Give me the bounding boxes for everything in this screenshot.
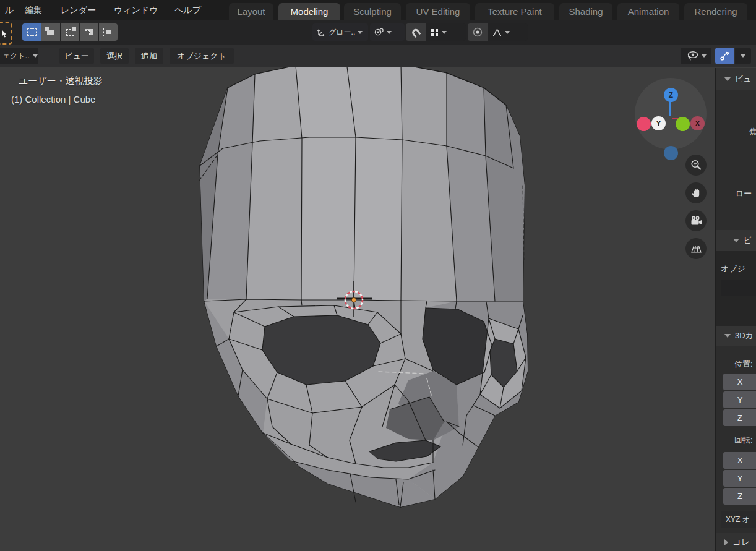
axis-y-neg-ball[interactable] bbox=[676, 117, 690, 131]
axis-x-ball[interactable]: X bbox=[690, 116, 705, 130]
cursor-rotation-z-field[interactable]: Z bbox=[723, 488, 756, 505]
axis-z-ball[interactable]: Z bbox=[664, 88, 678, 102]
menu-view[interactable]: ビュー bbox=[59, 48, 94, 64]
perspective-toggle-button[interactable] bbox=[685, 238, 707, 259]
tab-texture-paint[interactable]: Texture Paint bbox=[475, 3, 554, 20]
panel-header-view[interactable]: ビュ bbox=[716, 68, 756, 90]
snap-toggle-button[interactable] bbox=[406, 23, 426, 41]
menu-help[interactable]: ヘルプ bbox=[171, 0, 205, 20]
panel-view-content: 焦 ロー bbox=[716, 90, 756, 230]
zoom-button[interactable] bbox=[685, 155, 707, 176]
select-mode-group bbox=[22, 23, 118, 41]
pan-button[interactable] bbox=[685, 182, 707, 203]
box-select-new-icon bbox=[27, 28, 37, 36]
active-tool-tweak-button[interactable] bbox=[0, 22, 12, 45]
tweak-cursor-icon bbox=[0, 28, 6, 38]
chevron-down-icon bbox=[741, 54, 745, 58]
falloff-dropdown[interactable] bbox=[488, 23, 528, 41]
orientation-label: グロー.. bbox=[329, 27, 355, 38]
proportional-editing-button[interactable] bbox=[468, 23, 488, 41]
chevron-down-icon bbox=[358, 31, 363, 34]
camera-view-button[interactable] bbox=[685, 210, 707, 231]
mesh-object[interactable] bbox=[0, 67, 756, 551]
menu-add[interactable]: 追加 bbox=[135, 48, 163, 64]
menu-object[interactable]: オブジェクト bbox=[170, 48, 234, 64]
cursor-location-y-field[interactable]: Y bbox=[723, 391, 756, 408]
view-mode-overlay: ユーザー・透視投影 bbox=[19, 75, 103, 87]
viewport-3d[interactable]: ユーザー・透視投影 (1) Collection | Cube bbox=[0, 67, 756, 551]
select-mode-intersect-button[interactable] bbox=[99, 23, 118, 41]
panel-header-collections[interactable]: コレ bbox=[716, 533, 756, 551]
topbar: ル 編集 レンダー ウィンドウ ヘルプ Layout Modeling Scul… bbox=[0, 0, 756, 20]
focal-length-label-fragment: 焦 bbox=[749, 126, 756, 137]
pan-hand-icon bbox=[690, 187, 702, 199]
tab-modeling[interactable]: Modeling bbox=[278, 3, 340, 20]
tab-animation[interactable]: Animation bbox=[617, 3, 679, 20]
orientation-axes-icon bbox=[316, 27, 326, 37]
cursor-rotation-y-field[interactable]: Y bbox=[723, 470, 756, 487]
viewport-header: ェクト.. ビュー 選択 追加 オブジェクト bbox=[0, 45, 756, 67]
visibility-dropdown[interactable] bbox=[681, 48, 711, 64]
lock-object-label-fragment: オブジ bbox=[721, 263, 745, 275]
menu-window[interactable]: ウィンドウ bbox=[110, 0, 162, 20]
menu-edit[interactable]: 編集 bbox=[21, 0, 46, 20]
chevron-down-icon bbox=[702, 54, 707, 58]
local-camera-label-fragment: ロー bbox=[736, 188, 752, 199]
object-origin-dot bbox=[351, 297, 356, 302]
gizmo-dropdown[interactable] bbox=[735, 48, 751, 64]
chevron-down-icon bbox=[505, 31, 510, 34]
triangle-right-icon bbox=[724, 539, 728, 545]
select-mode-subtract-button[interactable] bbox=[61, 23, 79, 41]
cursor-rotation-x-field[interactable]: X bbox=[723, 452, 756, 469]
visibility-eye-icon bbox=[685, 51, 699, 61]
cursor-location-z-field[interactable]: Z bbox=[723, 409, 756, 426]
tab-rendering[interactable]: Rendering bbox=[684, 3, 747, 20]
falloff-curve-icon bbox=[492, 28, 502, 37]
chevron-down-icon bbox=[33, 54, 38, 58]
select-mode-new-button[interactable] bbox=[22, 23, 41, 41]
panel-header-view-lock[interactable]: ビ bbox=[716, 230, 756, 251]
location-label: 位置: bbox=[734, 359, 753, 370]
mode-label: ェクト.. bbox=[2, 51, 30, 61]
axis-y-ball[interactable]: Y bbox=[651, 116, 666, 130]
gizmo-toggle-button[interactable] bbox=[715, 48, 734, 64]
pivot-point-dropdown[interactable] bbox=[370, 23, 405, 41]
panel-cursor-content: 位置: X Y Z 回転: X Y Z XYZ オ コレ bbox=[716, 346, 756, 551]
tab-sculpting[interactable]: Sculpting bbox=[344, 3, 401, 20]
menu-render[interactable]: レンダー bbox=[57, 0, 100, 20]
triangle-down-icon bbox=[724, 77, 731, 81]
tab-uv-editing[interactable]: UV Editing bbox=[406, 3, 470, 20]
panel-header-3d-cursor[interactable]: 3Dカ bbox=[716, 326, 756, 346]
lock-object-field[interactable] bbox=[721, 280, 756, 296]
snap-with-dropdown[interactable] bbox=[426, 23, 466, 41]
active-object-overlay: (1) Collection | Cube bbox=[11, 94, 95, 105]
transform-orientation-dropdown[interactable]: グロー.. bbox=[312, 23, 368, 41]
tab-shading[interactable]: Shading bbox=[559, 3, 612, 20]
triangle-down-icon bbox=[724, 334, 731, 338]
perspective-grid-icon bbox=[690, 243, 703, 254]
chevron-down-icon bbox=[442, 31, 447, 34]
tab-layout[interactable]: Layout bbox=[229, 3, 273, 20]
chevron-down-icon bbox=[387, 31, 392, 34]
blender-window: ル 編集 レンダー ウィンドウ ヘルプ Layout Modeling Scul… bbox=[0, 0, 756, 551]
pivot-point-icon bbox=[374, 27, 384, 37]
camera-view-icon bbox=[690, 215, 703, 226]
tool-settings-bar: グロー.. bbox=[0, 20, 756, 45]
snap-with-icon bbox=[430, 28, 439, 37]
axis-x-neg-ball[interactable] bbox=[637, 117, 651, 131]
menu-select[interactable]: 選択 bbox=[100, 48, 129, 64]
proportional-editing-icon bbox=[472, 27, 483, 38]
rotation-label: 回転: bbox=[734, 435, 753, 446]
gizmo-toggle-icon bbox=[719, 50, 731, 62]
viewport-nav-controls bbox=[685, 155, 708, 266]
select-mode-extend-button[interactable] bbox=[41, 23, 60, 41]
select-mode-difference-button[interactable] bbox=[80, 23, 98, 41]
rotation-mode-dropdown[interactable]: XYZ オ bbox=[721, 511, 756, 528]
navigation-gizmo[interactable]: Z Y X bbox=[635, 78, 707, 150]
menu-file-partial[interactable]: ル bbox=[1, 0, 17, 20]
magnet-snap-icon bbox=[410, 27, 421, 38]
panel-lock-content: オブジ bbox=[716, 251, 756, 326]
mode-dropdown[interactable]: ェクト.. bbox=[0, 48, 38, 64]
cursor-location-x-field[interactable]: X bbox=[723, 374, 756, 390]
axis-z-neg-ball[interactable] bbox=[664, 146, 678, 160]
